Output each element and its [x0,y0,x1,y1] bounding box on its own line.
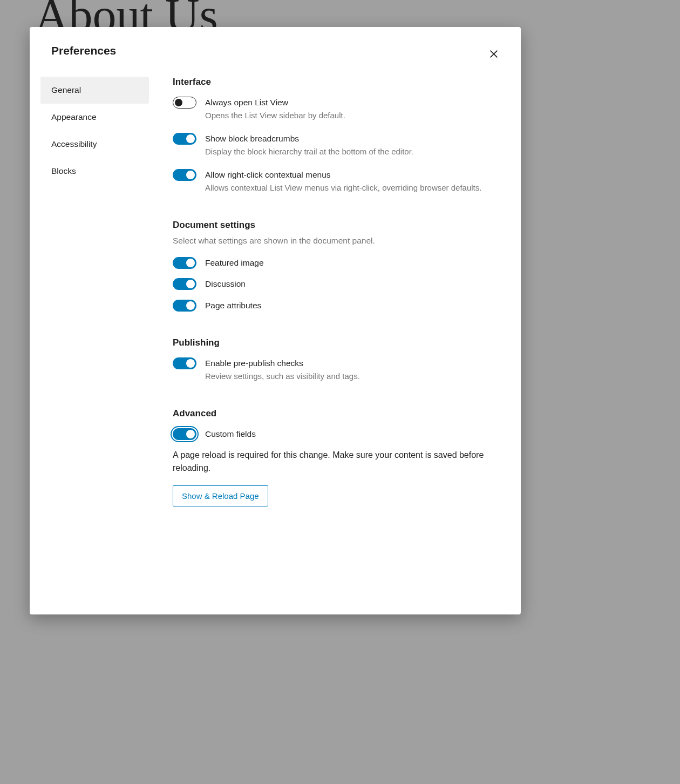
toggle-hint: Allows contextual List View menus via ri… [205,182,499,194]
toggle-text: Allow right-click contextual menus Allow… [205,168,499,194]
tab-blocks[interactable]: Blocks [40,158,149,185]
toggle-discussion[interactable] [173,278,196,290]
toggle-hint: Display the block hierarchy trail at the… [205,146,499,158]
show-reload-button[interactable]: Show & Reload Page [173,485,268,506]
section-publishing: Publishing Enable pre-publish checks Rev… [173,337,499,382]
reload-notice: A page reload is required for this chang… [173,449,499,475]
tab-general[interactable]: General [40,77,149,104]
toggle-text: Enable pre-publish checks Review setting… [205,357,499,382]
row-custom-fields: Custom fields [173,428,499,440]
row-contextual-menus: Allow right-click contextual menus Allow… [173,168,499,194]
toggle-text: Page attributes [205,299,499,312]
close-icon [488,48,500,60]
toggle-custom-fields[interactable] [173,428,196,440]
section-title-advanced: Advanced [173,408,499,419]
toggle-text: Always open List View Opens the List Vie… [205,96,499,121]
section-document-settings: Document settings Select what settings a… [173,220,499,312]
row-block-breadcrumbs: Show block breadcrumbs Display the block… [173,132,499,158]
row-always-open-list-view: Always open List View Opens the List Vie… [173,96,499,121]
toggle-label: Custom fields [205,428,499,440]
toggle-label: Discussion [205,278,499,290]
section-advanced: Advanced Custom fields A page reload is … [173,408,499,506]
toggle-label: Page attributes [205,299,499,312]
toggle-page-attributes[interactable] [173,300,196,312]
toggle-hint: Opens the List View sidebar by default. [205,110,499,121]
section-title-document: Document settings [173,220,499,231]
toggle-contextual-menus[interactable] [173,169,196,181]
tab-accessibility[interactable]: Accessibility [40,131,149,158]
tab-appearance[interactable]: Appearance [40,104,149,131]
toggle-block-breadcrumbs[interactable] [173,133,196,145]
toggle-always-open-list-view[interactable] [173,97,196,109]
toggle-hint: Review settings, such as visibility and … [205,370,499,382]
section-title-publishing: Publishing [173,337,499,348]
section-title-interface: Interface [173,77,499,87]
toggle-label: Always open List View [205,96,499,109]
section-interface: Interface Always open List View Opens th… [173,77,499,194]
toggle-text: Custom fields [205,428,499,440]
toggle-pre-publish-checks[interactable] [173,357,196,369]
toggle-label: Show block breadcrumbs [205,132,499,145]
toggle-label: Allow right-click contextual menus [205,168,499,181]
section-desc-document: Select what settings are shown in the do… [173,236,499,246]
preferences-tabs: General Appearance Accessibility Blocks [30,77,162,614]
modal-title: Preferences [51,44,116,57]
modal-body: General Appearance Accessibility Blocks … [30,64,521,614]
row-discussion: Discussion [173,278,499,290]
close-button[interactable] [484,44,504,64]
toggle-text: Featured image [205,256,499,269]
row-page-attributes: Page attributes [173,299,499,312]
toggle-text: Discussion [205,278,499,290]
toggle-text: Show block breadcrumbs Display the block… [205,132,499,158]
toggle-featured-image[interactable] [173,257,196,269]
row-pre-publish: Enable pre-publish checks Review setting… [173,357,499,382]
toggle-label: Featured image [205,256,499,269]
toggle-label: Enable pre-publish checks [205,357,499,369]
modal-header: Preferences [30,27,521,64]
preferences-content: Interface Always open List View Opens th… [162,77,521,614]
row-featured-image: Featured image [173,256,499,269]
preferences-modal: Preferences General Appearance Accessibi… [30,27,521,614]
